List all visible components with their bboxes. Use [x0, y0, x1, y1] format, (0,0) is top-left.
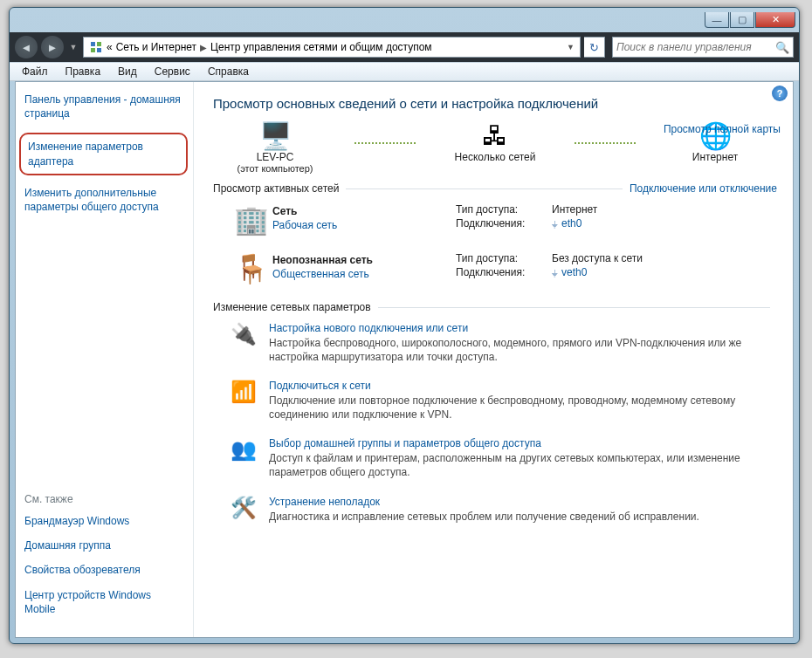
menu-help[interactable]: Справка	[199, 64, 258, 79]
access-type-value: Без доступа к сети	[552, 252, 643, 264]
menu-file[interactable]: Файл	[13, 64, 57, 79]
connect-disconnect-link[interactable]: Подключение или отключение	[630, 182, 777, 195]
active-networks-label: Просмотр активных сетей	[213, 182, 339, 195]
access-type-label: Тип доступа:	[456, 252, 552, 264]
option-title[interactable]: Выбор домашней группы и параметров общег…	[269, 437, 777, 449]
option-title[interactable]: Настройка нового подключения или сети	[269, 322, 777, 334]
option-homegroup[interactable]: 👥 Выбор домашней группы и параметров общ…	[231, 437, 777, 479]
svg-rect-0	[91, 42, 95, 46]
map-pc-sublabel: (этот компьютер)	[218, 163, 332, 174]
change-settings-label: Изменение сетевых параметров	[213, 301, 371, 313]
sidebar-windows-mobile-link[interactable]: Центр устройств Windows Mobile	[24, 588, 184, 616]
map-internet-label: Интернет	[658, 151, 772, 163]
search-input[interactable]	[616, 41, 775, 53]
address-dropdown-icon[interactable]: ▼	[563, 43, 578, 51]
main-content: Просмотр основных сведений о сети и наст…	[194, 82, 793, 637]
network-entry: 🏢 Сеть Рабочая сеть Тип доступа:Интернет…	[213, 203, 777, 236]
sidebar-adapter-settings-link[interactable]: Изменение параметров адаптера	[19, 133, 188, 175]
computer-icon: 🖥️	[218, 123, 332, 149]
history-dropdown[interactable]: ▼	[67, 38, 79, 57]
connection-link[interactable]: veth0	[561, 266, 587, 278]
search-box[interactable]: 🔍	[612, 37, 794, 58]
search-icon[interactable]: 🔍	[775, 41, 789, 54]
access-type-value: Интернет	[552, 203, 597, 216]
address-bar[interactable]: « Сеть и Интернет ▶ Центр управления сет…	[83, 37, 581, 58]
network-name: Неопознанная сеть	[272, 254, 456, 266]
titlebar: — ▢ ✕	[10, 8, 799, 32]
svg-rect-3	[97, 48, 101, 52]
breadcrumb-sep-icon[interactable]: ▶	[196, 43, 210, 52]
option-troubleshoot[interactable]: 🛠️ Устранение неполадок Диагностика и ис…	[231, 496, 777, 524]
work-network-icon: 🏢	[231, 203, 272, 236]
menubar: Файл Правка Вид Сервис Справка	[10, 62, 799, 81]
window-buttons: — ▢ ✕	[705, 12, 795, 28]
sidebar-internet-options-link[interactable]: Свойства обозревателя	[24, 563, 184, 577]
option-new-connection[interactable]: 🔌 Настройка нового подключения или сети …	[231, 322, 777, 364]
network-type-link[interactable]: Общественная сеть	[272, 268, 456, 280]
close-button[interactable]: ✕	[755, 12, 795, 28]
full-map-link[interactable]: Просмотр полной карты	[664, 123, 781, 135]
connections-label: Подключения:	[456, 217, 552, 230]
navigation-bar: ◄ ► ▼ « Сеть и Интернет ▶ Центр управлен…	[10, 32, 799, 62]
option-desc: Доступ к файлам и принтерам, расположенн…	[269, 452, 777, 479]
network-center-icon	[88, 39, 104, 55]
sidebar-home-link[interactable]: Панель управления - домашняя страница	[24, 93, 184, 120]
svg-rect-1	[97, 42, 101, 46]
breadcrumb-seg-network[interactable]: Сеть и Интернет	[113, 41, 196, 53]
sidebar: Панель управления - домашняя страница Из…	[16, 82, 194, 637]
sidebar-homegroup-link[interactable]: Домашняя группа	[24, 538, 184, 552]
homegroup-icon: 👥	[231, 437, 257, 479]
network-entry: 🪑 Неопознанная сеть Общественная сеть Ти…	[213, 252, 777, 285]
option-title[interactable]: Подключиться к сети	[269, 380, 777, 392]
network-name: Сеть	[272, 205, 456, 217]
back-button[interactable]: ◄	[15, 36, 38, 58]
menu-view[interactable]: Вид	[109, 64, 146, 79]
menu-edit[interactable]: Правка	[57, 64, 110, 79]
network-map: Просмотр полной карты 🖥️ LEV-PC (этот ко…	[213, 123, 777, 174]
map-node-pc[interactable]: 🖥️ LEV-PC (этот компьютер)	[218, 123, 332, 174]
minimize-button[interactable]: —	[705, 12, 729, 28]
troubleshoot-icon: 🛠️	[231, 496, 257, 524]
networks-icon: 🖧	[438, 123, 552, 149]
window-frame: — ▢ ✕ ◄ ► ▼ « Сеть и Интернет ▶ Центр уп…	[9, 7, 800, 644]
option-desc: Настройка беспроводного, широкополосного…	[269, 337, 777, 364]
sidebar-see-also-label: См. также	[24, 493, 184, 505]
breadcrumb-seg-center[interactable]: Центр управления сетями и общим доступом	[210, 41, 432, 53]
option-desc: Подключение или повторное подключение к …	[269, 394, 777, 422]
options-list: 🔌 Настройка нового подключения или сети …	[213, 322, 777, 524]
refresh-button[interactable]: ↻	[584, 37, 605, 58]
map-pc-label: LEV-PC	[218, 151, 332, 163]
map-networks-label: Несколько сетей	[438, 151, 552, 163]
public-network-icon: 🪑	[231, 252, 272, 285]
adapter-icon: ⏚	[552, 267, 558, 278]
map-connection-line	[575, 142, 636, 144]
option-desc: Диагностика и исправление сетевых пробле…	[269, 511, 777, 524]
svg-rect-2	[91, 48, 95, 52]
option-connect-network[interactable]: 📶 Подключиться к сети Подключение или по…	[231, 380, 777, 422]
option-title[interactable]: Устранение неполадок	[269, 496, 777, 508]
active-networks-header: Просмотр активных сетей Подключение или …	[213, 182, 777, 195]
client-area: ? Панель управления - домашняя страница …	[15, 81, 794, 638]
adapter-icon: ⏚	[552, 218, 558, 229]
maximize-button[interactable]: ▢	[730, 12, 754, 28]
forward-button[interactable]: ►	[41, 36, 64, 58]
sidebar-firewall-link[interactable]: Брандмауэр Windows	[24, 514, 184, 528]
menu-service[interactable]: Сервис	[146, 64, 199, 79]
map-connection-line	[354, 142, 416, 144]
connections-label: Подключения:	[456, 266, 552, 278]
network-type-link[interactable]: Рабочая сеть	[272, 219, 456, 231]
change-settings-header: Изменение сетевых параметров	[213, 301, 777, 313]
connect-network-icon: 📶	[231, 380, 257, 422]
map-node-networks[interactable]: 🖧 Несколько сетей	[438, 123, 552, 163]
breadcrumb-prefix: «	[107, 41, 113, 53]
access-type-label: Тип доступа:	[456, 203, 552, 216]
page-title: Просмотр основных сведений о сети и наст…	[213, 96, 777, 111]
connection-link[interactable]: eth0	[561, 217, 581, 230]
sidebar-sharing-settings-link[interactable]: Изменить дополнительные параметры общего…	[24, 186, 184, 214]
new-connection-icon: 🔌	[231, 322, 257, 364]
